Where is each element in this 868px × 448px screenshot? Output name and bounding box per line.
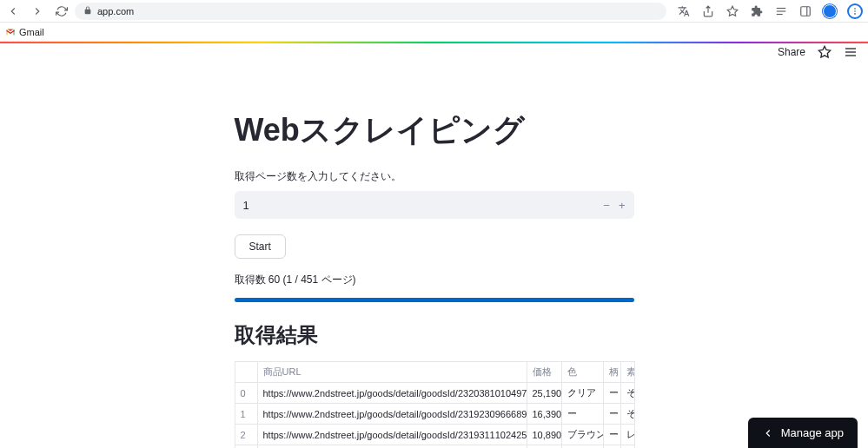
decrement-button[interactable]: − [603, 199, 610, 212]
more-menu-button[interactable] [847, 3, 863, 19]
cell-url: https://www.2ndstreet.jp/goods/detail/go… [257, 404, 527, 425]
share-icon[interactable] [701, 4, 715, 18]
cell-price: 6,490 [527, 445, 561, 449]
bookmark-gmail[interactable]: Gmail [5, 27, 44, 37]
col-color: 色 [561, 362, 603, 383]
cell-color: ブラウン [561, 425, 603, 445]
cell-pattern: ー [603, 445, 620, 449]
svg-rect-4 [801, 6, 811, 16]
cell-price: 16,390 [527, 404, 561, 425]
manage-app-label: Manage app [781, 426, 844, 439]
share-link[interactable]: Share [778, 46, 805, 58]
table-header-row: 商品URL 価格 色 柄 素 [235, 362, 634, 383]
gradient-divider [0, 42, 868, 43]
reading-list-icon[interactable] [774, 4, 788, 18]
favorite-star-icon[interactable] [818, 45, 832, 59]
svg-point-6 [854, 8, 856, 10]
number-input-field[interactable] [243, 199, 604, 212]
svg-marker-9 [818, 46, 830, 57]
svg-marker-0 [727, 6, 738, 16]
cell-url: https://www.2ndstreet.jp/goods/detail/go… [257, 445, 527, 449]
bookmark-star-icon[interactable] [726, 4, 739, 18]
page-title: Webスクレイピング [235, 109, 634, 152]
translate-icon[interactable] [677, 4, 691, 18]
cell-material: レ [620, 425, 634, 445]
cell-color: クリア [561, 383, 603, 404]
cell-url: https://www.2ndstreet.jp/goods/detail/go… [257, 383, 527, 404]
table-row[interactable]: 1https://www.2ndstreet.jp/goods/detail/g… [235, 404, 634, 425]
lock-icon [83, 6, 92, 16]
cell-price: 25,190 [527, 383, 561, 404]
url-text: app.com [97, 6, 134, 16]
instruction-text: 取得ページ数を入力してください。 [235, 169, 634, 184]
main-content: Webスクレイピング 取得ページ数を入力してください。 − + Start 取得… [235, 59, 634, 448]
col-url: 商品URL [257, 362, 527, 383]
chevron-left-icon [762, 427, 774, 439]
gmail-icon [5, 27, 16, 37]
col-material: 素 [620, 362, 634, 383]
progress-bar [235, 298, 634, 302]
cell-pattern: ー [603, 404, 620, 425]
profile-avatar[interactable] [823, 4, 837, 18]
cell-material: そ [620, 383, 634, 404]
start-button[interactable]: Start [235, 234, 286, 259]
back-button[interactable] [5, 3, 21, 19]
svg-point-8 [854, 13, 856, 15]
cell-url: https://www.2ndstreet.jp/goods/detail/go… [257, 425, 527, 445]
app-header: Share [0, 45, 868, 59]
table-row[interactable]: 3https://www.2ndstreet.jp/goods/detail/g… [235, 445, 634, 449]
col-index [235, 362, 257, 383]
forward-button[interactable] [30, 3, 45, 19]
manage-app-button[interactable]: Manage app [748, 418, 858, 448]
col-pattern: 柄 [603, 362, 620, 383]
svg-point-7 [854, 10, 856, 12]
cell-material: そ [620, 445, 634, 449]
extensions-icon[interactable] [750, 4, 764, 18]
bookmarks-bar: Gmail [0, 23, 868, 42]
cell-index: 0 [235, 383, 257, 404]
cell-color: ー [561, 404, 603, 425]
increment-button[interactable]: + [619, 199, 626, 212]
progress-text: 取得数 60 (1 / 451 ページ) [235, 273, 634, 287]
side-panel-icon[interactable] [798, 4, 812, 18]
cell-color: ー [561, 445, 603, 449]
address-bar[interactable]: app.com [75, 3, 666, 20]
table-row[interactable]: 0https://www.2ndstreet.jp/goods/detail/g… [235, 383, 634, 404]
cell-price: 10,890 [527, 425, 561, 445]
cell-material: そ [620, 404, 634, 425]
hamburger-menu-icon[interactable] [844, 45, 858, 59]
results-table: 商品URL 価格 色 柄 素 0https://www.2ndstreet.jp… [235, 361, 635, 448]
col-price: 価格 [527, 362, 561, 383]
cell-index: 3 [235, 445, 257, 449]
page-count-input[interactable]: − + [235, 191, 634, 219]
cell-index: 1 [235, 404, 257, 425]
reload-button[interactable] [54, 3, 70, 19]
bookmark-label: Gmail [19, 27, 44, 37]
cell-pattern: ー [603, 425, 620, 445]
cell-pattern: ー [603, 383, 620, 404]
results-title: 取得結果 [235, 321, 634, 349]
browser-toolbar: app.com [0, 0, 868, 23]
cell-index: 2 [235, 425, 257, 445]
table-row[interactable]: 2https://www.2ndstreet.jp/goods/detail/g… [235, 425, 634, 445]
